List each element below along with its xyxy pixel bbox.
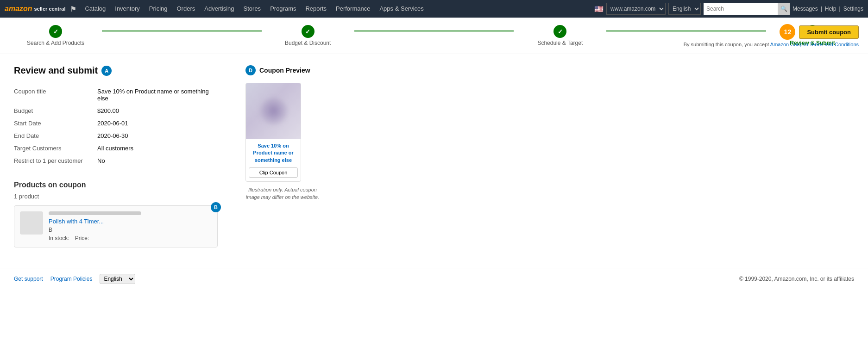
footer-copyright: © 1999-2020, Amazon.com, Inc. or its aff…: [739, 276, 854, 282]
nav-links: Catalog Inventory Pricing Orders Adverti…: [80, 0, 428, 18]
step-2-circle: ✓: [302, 25, 314, 38]
left-panel: Review and submit A Coupon titleSave 10%…: [14, 65, 218, 247]
nav-flag-icon: ⚑: [70, 5, 76, 13]
submit-row: 12 Submit coupon: [780, 24, 859, 40]
review-field-label: Restrict to 1 per customer: [14, 154, 97, 167]
review-field-label: Budget: [14, 105, 97, 117]
nav-orders[interactable]: Orders: [172, 0, 200, 18]
nav-stores[interactable]: Stores: [239, 0, 266, 18]
step-1-circle: ✓: [49, 25, 62, 38]
seller-central-text: seller central: [34, 6, 66, 12]
product-price-label: Price:: [75, 235, 89, 241]
review-field-value: Save 10% on Product name or something el…: [97, 85, 218, 105]
step-2[interactable]: ✓ Budget & Discount: [262, 25, 354, 46]
program-policies-link[interactable]: Program Policies: [50, 276, 93, 282]
nav-utility-links: Messages | Help | Settings: [793, 6, 863, 12]
search-input[interactable]: [704, 3, 778, 15]
review-field-row: Coupon titleSave 10% on Product name or …: [14, 85, 218, 105]
nav-right-area: 🇺🇸 www.amazon.com English 🔍 Messages | H…: [594, 3, 863, 15]
review-field-row: End Date2020-06-30: [14, 130, 218, 142]
footer: Get support Program Policies English Esp…: [0, 268, 868, 290]
review-field-label: Target Customers: [14, 142, 97, 154]
get-support-link[interactable]: Get support: [14, 276, 43, 282]
footer-left: Get support Program Policies English Esp…: [14, 274, 135, 284]
product-card: Polish with 4 Timer... B In stock: Price…: [14, 205, 218, 247]
step-1-label: Search & Add Products: [27, 40, 84, 46]
review-field-label: End Date: [14, 130, 97, 142]
language-select-nav[interactable]: English: [668, 3, 701, 15]
review-title: Review and submit: [14, 65, 98, 76]
review-field-row: Start Date2020-06-01: [14, 117, 218, 130]
product-thumbnail: [20, 211, 43, 235]
review-field-value: No: [97, 154, 218, 167]
coupon-image-blur: [260, 97, 288, 125]
nav-catalog[interactable]: Catalog: [80, 0, 110, 18]
product-stock-label: In stock:: [49, 235, 69, 241]
product-title-bar: [49, 211, 141, 215]
product-count: 1 product: [14, 193, 218, 200]
step-3-circle: ✓: [554, 25, 566, 38]
search-bar: 🔍: [704, 3, 790, 15]
marketplace-select[interactable]: www.amazon.com: [606, 3, 666, 15]
review-field-row: Restrict to 1 per customerNo: [14, 154, 218, 167]
nav-divider-2: |: [837, 6, 843, 12]
nav-inventory[interactable]: Inventory: [110, 0, 144, 18]
review-badge: A: [101, 66, 112, 76]
step-2-label: Budget & Discount: [285, 40, 331, 46]
step-3[interactable]: ✓ Schedule & Target: [514, 25, 606, 46]
nav-pricing[interactable]: Pricing: [145, 0, 172, 18]
connector-2-3: [354, 31, 514, 31]
product-name: Polish with 4 Timer...: [49, 218, 212, 225]
review-field-value: $200.00: [97, 105, 218, 117]
review-field-label: Start Date: [14, 117, 97, 130]
coupon-image-area: [246, 83, 301, 139]
review-field-row: Target CustomersAll customers: [14, 142, 218, 154]
review-title-row: Review and submit A: [14, 65, 218, 76]
review-details-table: Coupon titleSave 10% on Product name or …: [14, 85, 218, 167]
submit-area: 12 Submit coupon By submitting this coup…: [684, 24, 859, 47]
amazon-logo-text: amazon: [5, 5, 32, 13]
help-link[interactable]: Help: [825, 6, 837, 12]
language-select-footer[interactable]: English Español Français Deutsch: [100, 274, 135, 284]
submit-coupon-button[interactable]: Submit coupon: [799, 25, 859, 39]
product-badge: B: [211, 202, 221, 212]
coupon-title-text: Save 10% on Product name or something el…: [246, 139, 301, 167]
product-info: Polish with 4 Timer... B In stock: Price…: [49, 211, 212, 241]
review-field-row: Budget$200.00: [14, 105, 218, 117]
search-button[interactable]: 🔍: [778, 3, 790, 15]
clip-coupon-button[interactable]: Clip Coupon: [249, 167, 298, 178]
coupon-preview-title-row: D Coupon Preview: [245, 65, 854, 75]
step-3-label: Schedule & Target: [537, 40, 583, 46]
main-content: Review and submit A Coupon titleSave 10%…: [0, 54, 868, 259]
coupon-card: Save 10% on Product name or something el…: [245, 83, 301, 182]
coupon-disclaimer: Illustration only. Actual coupon image m…: [245, 186, 320, 201]
step-1[interactable]: ✓ Search & Add Products: [9, 25, 102, 46]
terms-text: By submitting this coupon, you accept Am…: [684, 42, 859, 47]
coupon-preview-badge: D: [245, 65, 256, 75]
product-meta: In stock: Price:: [49, 235, 212, 241]
submit-badge: 12: [780, 24, 795, 40]
review-field-value: All customers: [97, 142, 218, 154]
terms-link[interactable]: Amazon Coupon Terms and Conditions: [770, 42, 859, 47]
steps-bar: ✓ Search & Add Products ✓ Budget & Disco…: [0, 18, 868, 54]
flag-icon: 🇺🇸: [594, 5, 604, 13]
review-field-label: Coupon title: [14, 85, 97, 105]
settings-link[interactable]: Settings: [843, 6, 863, 12]
nav-performance[interactable]: Performance: [331, 0, 375, 18]
amazon-logo[interactable]: amazon seller central: [5, 5, 65, 13]
nav-divider-1: |: [819, 6, 824, 12]
coupon-preview-label: Coupon Preview: [259, 67, 310, 74]
nav-programs[interactable]: Programs: [265, 0, 301, 18]
connector-1-2: [102, 31, 262, 31]
nav-reports[interactable]: Reports: [301, 0, 331, 18]
review-field-value: 2020-06-30: [97, 130, 218, 142]
right-panel: D Coupon Preview Save 10% on Product nam…: [245, 65, 854, 247]
product-id: B: [49, 227, 212, 233]
messages-link[interactable]: Messages: [793, 6, 818, 12]
nav-advertising[interactable]: Advertising: [200, 0, 239, 18]
nav-apps[interactable]: Apps & Services: [375, 0, 428, 18]
top-navigation: amazon seller central ⚑ Catalog Inventor…: [0, 0, 868, 18]
products-section-title: Products on coupon: [14, 181, 218, 189]
review-field-value: 2020-06-01: [97, 117, 218, 130]
